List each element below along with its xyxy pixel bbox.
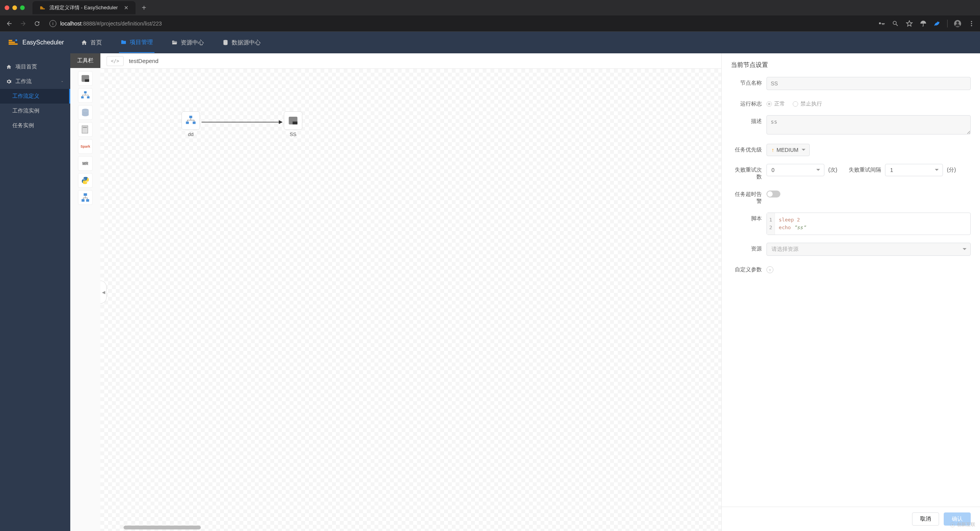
extension-bird-icon[interactable] xyxy=(933,20,941,27)
select-retry-count[interactable]: 0 xyxy=(766,164,824,176)
svg-point-12 xyxy=(82,109,88,111)
radio-forbid[interactable]: 禁止执行 xyxy=(793,100,822,107)
window-close-icon[interactable] xyxy=(5,5,9,10)
dag-node-dd[interactable]: dd xyxy=(181,111,200,137)
nav-datasource-label: 数据源中心 xyxy=(232,39,261,46)
input-node-name[interactable] xyxy=(766,77,971,90)
toggle-timeout[interactable] xyxy=(766,191,780,197)
add-param-button[interactable]: + xyxy=(766,266,773,273)
svg-point-6 xyxy=(223,40,227,41)
radio-normal[interactable]: 正常 xyxy=(766,100,785,107)
label-timeout: 任务超时告警 xyxy=(731,188,762,205)
key-icon[interactable] xyxy=(878,20,885,27)
priority-value: MEDIUM xyxy=(777,147,799,153)
star-icon[interactable] xyxy=(905,20,913,27)
svg-rect-11 xyxy=(87,96,90,98)
svg-point-2 xyxy=(971,21,972,22)
app-header: EasyScheduler 首页 项目管理 资源中心 数据源中心 xyxy=(0,32,980,53)
tool-mr[interactable]: MR xyxy=(78,156,93,171)
svg-rect-9 xyxy=(84,91,87,93)
url-port: :8888 xyxy=(81,20,95,27)
menu-icon[interactable] xyxy=(968,20,975,27)
watermark: 创新互联 xyxy=(950,521,975,528)
svg-point-5 xyxy=(15,39,17,41)
code-editor[interactable]: 12 sleep 2 echo "ss" xyxy=(766,213,971,235)
url-bar[interactable]: i localhost:8888/#/projects/definition/l… xyxy=(46,20,873,27)
canvas-scrollbar[interactable] xyxy=(124,526,201,529)
tab-title: 流程定义详情 - EasyScheduler xyxy=(49,4,118,11)
select-retry-interval[interactable]: 1 xyxy=(885,164,943,176)
sidebar-workflow[interactable]: 工作流 xyxy=(0,74,70,89)
label-priority: 任务优先级 xyxy=(731,144,762,153)
cancel-button[interactable]: 取消 xyxy=(912,512,939,526)
node-label-ss: SS xyxy=(290,131,296,137)
sidebar-task-inst[interactable]: 任务实例 xyxy=(0,118,70,133)
svg-rect-10 xyxy=(81,96,84,98)
label-run-flag: 运行标志 xyxy=(731,98,762,107)
window-minimize-icon[interactable] xyxy=(12,5,17,10)
code-toggle-button[interactable]: </> xyxy=(107,56,124,66)
canvas-header: </> testDepend xyxy=(100,53,721,69)
home-icon xyxy=(81,39,87,46)
zoom-icon[interactable] xyxy=(892,20,899,27)
svg-rect-8 xyxy=(85,79,89,82)
dag-canvas[interactable]: dd SS xyxy=(100,69,721,531)
label-custom-params: 自定义参数 xyxy=(731,264,762,273)
tool-spark[interactable]: Spark xyxy=(78,139,93,154)
sidebar-workflow-inst[interactable]: 工作流实例 xyxy=(0,104,70,118)
sidebar-workflow-inst-label: 工作流实例 xyxy=(12,107,39,114)
unit-count: (次) xyxy=(828,167,837,174)
extension-umbrella-icon[interactable] xyxy=(919,20,927,27)
radio-dot-icon xyxy=(793,101,798,107)
dag-edge[interactable] xyxy=(202,118,283,126)
textarea-desc[interactable] xyxy=(766,115,971,134)
tab-close-icon[interactable]: ✕ xyxy=(124,5,129,11)
radio-normal-label: 正常 xyxy=(774,100,785,107)
toolbar-separator xyxy=(947,20,948,27)
nav-resource[interactable]: 资源中心 xyxy=(170,33,205,53)
nav-datasource[interactable]: 数据源中心 xyxy=(221,33,262,53)
sidebar-project-home[interactable]: 项目首页 xyxy=(0,60,70,74)
select-priority[interactable]: ↑ MEDIUM xyxy=(766,144,810,156)
tool-shell[interactable] xyxy=(78,71,93,86)
workflow-name: testDepend xyxy=(129,58,159,64)
favicon-icon xyxy=(39,5,46,11)
site-info-icon[interactable]: i xyxy=(49,20,56,27)
new-tab-button[interactable]: + xyxy=(142,3,146,12)
toolbox-title: 工具栏 xyxy=(70,53,100,68)
watermark-text: 创新互联 xyxy=(957,521,975,528)
tool-python[interactable] xyxy=(78,173,93,188)
sidebar-workflow-def[interactable]: 工作流定义 xyxy=(0,89,70,104)
tool-subprocess[interactable] xyxy=(78,88,93,103)
svg-rect-16 xyxy=(81,199,85,202)
unit-interval: (分) xyxy=(947,167,956,174)
forward-button[interactable] xyxy=(19,19,28,28)
retry-count-value: 0 xyxy=(771,167,775,173)
panel-title: 当前节点设置 xyxy=(722,53,980,77)
profile-avatar-icon[interactable] xyxy=(954,20,961,27)
tool-dependent[interactable] xyxy=(78,190,93,205)
browser-tab[interactable]: 流程定义详情 - EasyScheduler ✕ xyxy=(32,1,136,14)
window-controls xyxy=(5,5,25,10)
url-path: /#/projects/definition/list/223 xyxy=(95,20,162,27)
svg-rect-18 xyxy=(189,116,192,118)
sidebar-workflow-label: 工作流 xyxy=(15,78,32,85)
sidebar-task-inst-label: 任务实例 xyxy=(12,122,34,128)
tool-sql[interactable] xyxy=(78,105,93,120)
window-maximize-icon[interactable] xyxy=(20,5,25,10)
home-icon xyxy=(6,64,12,70)
app-name: EasyScheduler xyxy=(22,39,64,46)
dag-node-ss[interactable]: SS xyxy=(284,111,302,137)
svg-rect-14 xyxy=(83,127,87,128)
back-button[interactable] xyxy=(5,19,14,28)
nav-home[interactable]: 首页 xyxy=(80,33,103,53)
url-host: localhost xyxy=(60,20,81,27)
label-resource: 资源 xyxy=(731,243,762,252)
select-resource[interactable]: 请选择资源 xyxy=(766,243,971,256)
collapse-toolbox-button[interactable]: ◀ xyxy=(100,281,107,304)
app-logo[interactable]: EasyScheduler xyxy=(8,37,64,48)
nav-project[interactable]: 项目管理 xyxy=(119,32,154,53)
tool-procedure[interactable] xyxy=(78,122,93,137)
radio-dot-icon xyxy=(766,101,772,107)
reload-button[interactable] xyxy=(32,19,42,28)
